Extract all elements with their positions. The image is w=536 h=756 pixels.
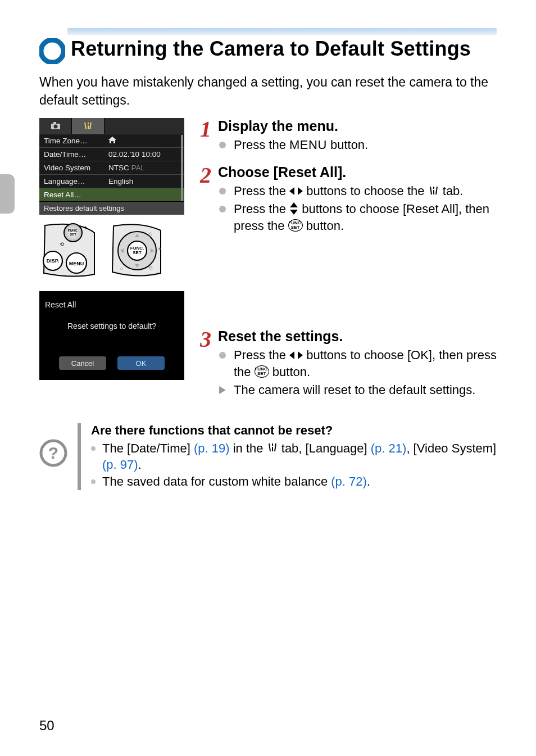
step-bullet: Press the buttons to choose [Reset All],… bbox=[218, 201, 497, 234]
svg-marker-27 bbox=[290, 202, 298, 207]
camera-controls-illustration: FUNC. SET ✦ DISP. MENU ⟲ FUNC. SET bbox=[39, 223, 184, 279]
svg-marker-30 bbox=[298, 351, 303, 359]
funcset-button-illustration: FUNC. SET ⎙ ✦ ⟲ ⌂ bbox=[110, 223, 164, 279]
page-ref-link[interactable]: (p. 72) bbox=[331, 474, 367, 488]
menu-word-icon: MENU bbox=[289, 137, 327, 153]
svg-rect-2 bbox=[53, 122, 56, 124]
camera-menu-row-value: 02.02.'10 10:00 bbox=[108, 150, 180, 159]
home-icon bbox=[108, 137, 116, 143]
svg-marker-26 bbox=[298, 187, 303, 195]
camera-menu-row: Date/Time…02.02.'10 10:00 bbox=[39, 147, 184, 161]
svg-text:⌂: ⌂ bbox=[120, 265, 123, 271]
camera-menu-row-label: Video System bbox=[44, 164, 108, 172]
camera-menu-scrollbar bbox=[181, 135, 183, 201]
camera-menu-screenshot: Time Zone…Date/Time…02.02.'10 10:00Video… bbox=[39, 118, 184, 215]
camera-menu-row: Language…English bbox=[39, 174, 184, 188]
page-ref-link[interactable]: (p. 19) bbox=[194, 441, 230, 455]
camera-tab-setup bbox=[72, 118, 105, 134]
svg-marker-28 bbox=[290, 210, 298, 215]
svg-text:✦: ✦ bbox=[83, 225, 88, 230]
reset-dialog-title: Reset All bbox=[39, 297, 184, 322]
step-number: 1 bbox=[200, 118, 218, 155]
page-number: 50 bbox=[39, 718, 54, 734]
note-divider bbox=[78, 423, 81, 490]
step: 3Reset the settings.Press the buttons to… bbox=[200, 328, 497, 399]
svg-text:SET: SET bbox=[133, 250, 142, 255]
step-bullet: Press the MENU button. bbox=[218, 137, 497, 154]
note-bullet: The saved data for custom white balance … bbox=[91, 473, 497, 490]
page-ref-link[interactable]: (p. 97) bbox=[102, 458, 138, 472]
step-title: Display the menu. bbox=[218, 118, 497, 134]
camera-menu-footer: Restores default settings bbox=[39, 201, 184, 215]
faq-note: ? Are there functions that cannot be res… bbox=[39, 423, 497, 490]
svg-point-0 bbox=[41, 40, 63, 62]
svg-text:⟲: ⟲ bbox=[148, 265, 153, 271]
step-bullet: The camera will reset to the default set… bbox=[218, 382, 497, 399]
step: 2Choose [Reset All].Press the buttons to… bbox=[200, 164, 497, 235]
step-title: Choose [Reset All]. bbox=[218, 164, 497, 180]
func-set-icon: FUNC.SET bbox=[255, 365, 269, 378]
nav-left-right-icon bbox=[289, 351, 303, 360]
tools-tab-icon bbox=[267, 443, 278, 453]
step-number: 2 bbox=[200, 164, 218, 235]
question-icon: ? bbox=[39, 439, 67, 467]
svg-text:SET: SET bbox=[70, 233, 76, 236]
step-bullet: Press the buttons to choose the tab. bbox=[218, 183, 497, 200]
step-title: Reset the settings. bbox=[218, 328, 497, 345]
nav-up-down-icon bbox=[289, 202, 298, 215]
camera-menu-row-label: Time Zone… bbox=[44, 137, 108, 145]
reset-dialog-cancel-button: Cancel bbox=[59, 356, 106, 370]
nav-left-right-icon bbox=[289, 187, 303, 196]
camera-menu-row-value bbox=[108, 137, 180, 145]
svg-marker-25 bbox=[289, 187, 294, 195]
intro-text: When you have mistakenly changed a setti… bbox=[39, 73, 497, 109]
section-bullet-icon bbox=[39, 38, 65, 64]
camera-menu-row-value: NTSC PAL bbox=[108, 164, 180, 172]
page-title: Returning the Camera to Default Settings bbox=[71, 37, 471, 60]
camera-menu-row-label: Date/Time… bbox=[44, 150, 108, 159]
note-title: Are there functions that cannot be reset… bbox=[91, 423, 497, 438]
camera-menu-row: Reset All… bbox=[39, 188, 184, 201]
camera-menu-row-label: Language… bbox=[44, 177, 108, 185]
svg-text:MENU: MENU bbox=[69, 261, 84, 266]
svg-text:DISP.: DISP. bbox=[47, 258, 59, 264]
svg-text:FUNC.: FUNC. bbox=[68, 229, 79, 232]
camera-menu-row-value: English bbox=[108, 177, 180, 185]
svg-text:?: ? bbox=[48, 443, 58, 462]
note-bullet: The [Date/Time] (p. 19) in the tab, [Lan… bbox=[91, 440, 497, 473]
step-number: 3 bbox=[200, 328, 218, 399]
svg-marker-29 bbox=[289, 351, 294, 359]
page-ref-link[interactable]: (p. 21) bbox=[371, 441, 407, 455]
header-gradient-bar bbox=[67, 28, 497, 35]
menu-button-illustration: FUNC. SET ✦ DISP. MENU ⟲ bbox=[39, 223, 99, 279]
step: 1Display the menu.Press the MENU button. bbox=[200, 118, 497, 155]
svg-point-3 bbox=[53, 125, 57, 129]
step-bullet: Press the buttons to choose [OK], then p… bbox=[218, 347, 497, 380]
camera-menu-row-label: Reset All… bbox=[44, 191, 108, 199]
camera-tab-shoot bbox=[39, 118, 72, 134]
camera-menu-row: Video SystemNTSC PAL bbox=[39, 161, 184, 174]
thumb-tab bbox=[0, 174, 15, 214]
svg-text:⟲: ⟲ bbox=[60, 241, 65, 247]
reset-dialog-question: Reset settings to default? bbox=[39, 322, 184, 356]
svg-text:✦: ✦ bbox=[157, 246, 162, 252]
camera-menu-row: Time Zone… bbox=[39, 134, 184, 147]
func-set-icon: FUNC.SET bbox=[288, 219, 303, 232]
reset-dialog-ok-button: OK bbox=[117, 356, 165, 370]
tools-tab-icon bbox=[428, 186, 439, 196]
reset-dialog-screenshot: Reset All Reset settings to default? Can… bbox=[39, 291, 184, 380]
